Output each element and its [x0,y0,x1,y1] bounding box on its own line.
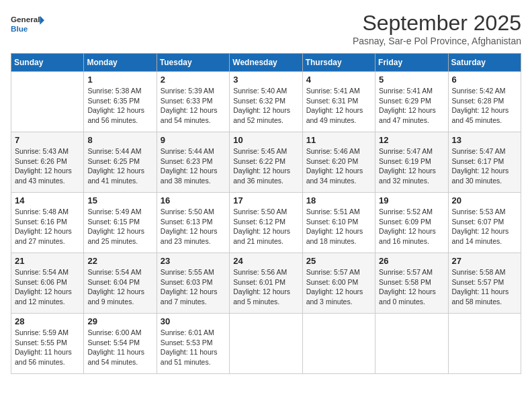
day-number: 20 [452,195,517,205]
calendar-cell: 27Sunrise: 5:58 AM Sunset: 5:57 PM Dayli… [448,253,521,314]
day-number: 28 [15,316,80,326]
calendar-cell [375,314,448,374]
day-info: Sunrise: 5:56 AM Sunset: 6:01 PM Dayligh… [233,267,298,307]
day-number: 8 [87,135,152,145]
calendar-cell: 22Sunrise: 5:54 AM Sunset: 6:04 PM Dayli… [84,253,157,314]
day-info: Sunrise: 5:54 AM Sunset: 6:06 PM Dayligh… [15,267,80,307]
calendar-cell: 10Sunrise: 5:45 AM Sunset: 6:22 PM Dayli… [230,132,302,193]
calendar-cell: 25Sunrise: 5:57 AM Sunset: 6:00 PM Dayli… [302,253,375,314]
day-info: Sunrise: 5:50 AM Sunset: 6:12 PM Dayligh… [233,207,298,246]
calendar-cell: 7Sunrise: 5:43 AM Sunset: 6:26 PM Daylig… [11,132,84,193]
day-info: Sunrise: 5:44 AM Sunset: 6:23 PM Dayligh… [161,146,226,186]
calendar-cell: 13Sunrise: 5:47 AM Sunset: 6:17 PM Dayli… [448,132,521,193]
day-number: 26 [379,256,444,266]
day-info: Sunrise: 5:46 AM Sunset: 6:20 PM Dayligh… [306,146,371,186]
header-thursday: Thursday [302,54,375,72]
calendar-cell: 19Sunrise: 5:52 AM Sunset: 6:09 PM Dayli… [375,193,448,253]
day-info: Sunrise: 5:41 AM Sunset: 6:29 PM Dayligh… [379,86,444,126]
day-info: Sunrise: 6:00 AM Sunset: 5:54 PM Dayligh… [87,328,152,367]
day-info: Sunrise: 5:57 AM Sunset: 6:00 PM Dayligh… [306,267,371,307]
day-info: Sunrise: 5:54 AM Sunset: 6:04 PM Dayligh… [87,267,152,307]
calendar-table: SundayMondayTuesdayWednesdayThursdayFrid… [11,53,521,374]
day-number: 15 [87,195,152,205]
calendar-cell: 11Sunrise: 5:46 AM Sunset: 6:20 PM Dayli… [302,132,375,193]
page-header: General Blue September 2025 Pasnay, Sar-… [11,11,521,46]
calendar-cell: 8Sunrise: 5:44 AM Sunset: 6:25 PM Daylig… [84,132,157,193]
calendar-cell: 26Sunrise: 5:57 AM Sunset: 5:58 PM Dayli… [375,253,448,314]
week-row-2: 7Sunrise: 5:43 AM Sunset: 6:26 PM Daylig… [11,132,521,193]
calendar-cell [230,314,302,374]
day-number: 3 [233,75,298,85]
week-row-1: 1Sunrise: 5:38 AM Sunset: 6:35 PM Daylig… [11,72,521,132]
day-info: Sunrise: 5:58 AM Sunset: 5:57 PM Dayligh… [452,267,517,307]
day-number: 19 [379,195,444,205]
week-row-5: 28Sunrise: 5:59 AM Sunset: 5:55 PM Dayli… [11,314,521,374]
day-info: Sunrise: 5:43 AM Sunset: 6:26 PM Dayligh… [15,146,80,186]
calendar-cell: 5Sunrise: 5:41 AM Sunset: 6:29 PM Daylig… [375,72,448,132]
day-info: Sunrise: 5:52 AM Sunset: 6:09 PM Dayligh… [379,207,444,246]
day-info: Sunrise: 5:41 AM Sunset: 6:31 PM Dayligh… [306,86,371,126]
calendar-cell [302,314,375,374]
week-row-4: 21Sunrise: 5:54 AM Sunset: 6:06 PM Dayli… [11,253,521,314]
calendar-cell: 21Sunrise: 5:54 AM Sunset: 6:06 PM Dayli… [11,253,84,314]
day-number: 17 [233,195,298,205]
calendar-cell: 23Sunrise: 5:55 AM Sunset: 6:03 PM Dayli… [157,253,229,314]
day-number: 14 [15,195,80,205]
day-number: 24 [233,256,298,266]
day-info: Sunrise: 5:40 AM Sunset: 6:32 PM Dayligh… [233,86,298,126]
day-number: 16 [161,195,226,205]
day-number: 6 [452,75,517,85]
day-number: 5 [379,75,444,85]
calendar-cell: 16Sunrise: 5:50 AM Sunset: 6:13 PM Dayli… [157,193,229,253]
day-number: 9 [161,135,226,145]
day-info: Sunrise: 5:42 AM Sunset: 6:28 PM Dayligh… [452,86,517,126]
day-number: 12 [379,135,444,145]
day-number: 1 [87,75,152,85]
day-number: 30 [161,316,226,326]
day-info: Sunrise: 5:47 AM Sunset: 6:19 PM Dayligh… [379,146,444,186]
calendar-cell: 18Sunrise: 5:51 AM Sunset: 6:10 PM Dayli… [302,193,375,253]
svg-marker-2 [40,16,44,25]
svg-text:Blue: Blue [11,24,28,33]
header-friday: Friday [375,54,448,72]
calendar-cell: 3Sunrise: 5:40 AM Sunset: 6:32 PM Daylig… [230,72,302,132]
calendar-cell: 29Sunrise: 6:00 AM Sunset: 5:54 PM Dayli… [84,314,157,374]
day-number: 29 [87,316,152,326]
calendar-cell: 4Sunrise: 5:41 AM Sunset: 6:31 PM Daylig… [302,72,375,132]
calendar-cell: 30Sunrise: 6:01 AM Sunset: 5:53 PM Dayli… [157,314,229,374]
day-info: Sunrise: 5:51 AM Sunset: 6:10 PM Dayligh… [306,207,371,246]
day-info: Sunrise: 5:57 AM Sunset: 5:58 PM Dayligh… [379,267,444,307]
calendar-cell: 28Sunrise: 5:59 AM Sunset: 5:55 PM Dayli… [11,314,84,374]
day-info: Sunrise: 5:55 AM Sunset: 6:03 PM Dayligh… [161,267,226,307]
logo: General Blue [11,11,44,38]
day-number: 2 [161,75,226,85]
day-number: 13 [452,135,517,145]
day-info: Sunrise: 5:39 AM Sunset: 6:33 PM Dayligh… [161,86,226,126]
svg-text:General: General [11,15,40,24]
calendar-cell: 15Sunrise: 5:49 AM Sunset: 6:15 PM Dayli… [84,193,157,253]
header-monday: Monday [84,54,157,72]
day-info: Sunrise: 5:59 AM Sunset: 5:55 PM Dayligh… [15,328,80,367]
calendar-cell [11,72,84,132]
week-row-3: 14Sunrise: 5:48 AM Sunset: 6:16 PM Dayli… [11,193,521,253]
day-number: 4 [306,75,371,85]
month-title: September 2025 [353,11,521,36]
calendar-cell: 17Sunrise: 5:50 AM Sunset: 6:12 PM Dayli… [230,193,302,253]
day-number: 18 [306,195,371,205]
day-number: 23 [161,256,226,266]
logo-svg: General Blue [11,11,44,38]
calendar-cell: 24Sunrise: 5:56 AM Sunset: 6:01 PM Dayli… [230,253,302,314]
calendar-header-row: SundayMondayTuesdayWednesdayThursdayFrid… [11,54,521,72]
day-number: 27 [452,256,517,266]
day-info: Sunrise: 5:48 AM Sunset: 6:16 PM Dayligh… [15,207,80,246]
calendar-cell: 20Sunrise: 5:53 AM Sunset: 6:07 PM Dayli… [448,193,521,253]
day-info: Sunrise: 5:49 AM Sunset: 6:15 PM Dayligh… [87,207,152,246]
title-area: September 2025 Pasnay, Sar-e Pol Provinc… [353,11,521,46]
day-info: Sunrise: 5:44 AM Sunset: 6:25 PM Dayligh… [87,146,152,186]
header-sunday: Sunday [11,54,84,72]
calendar-cell: 12Sunrise: 5:47 AM Sunset: 6:19 PM Dayli… [375,132,448,193]
header-saturday: Saturday [448,54,521,72]
day-info: Sunrise: 5:47 AM Sunset: 6:17 PM Dayligh… [452,146,517,186]
day-info: Sunrise: 5:45 AM Sunset: 6:22 PM Dayligh… [233,146,298,186]
calendar-cell: 2Sunrise: 5:39 AM Sunset: 6:33 PM Daylig… [157,72,229,132]
